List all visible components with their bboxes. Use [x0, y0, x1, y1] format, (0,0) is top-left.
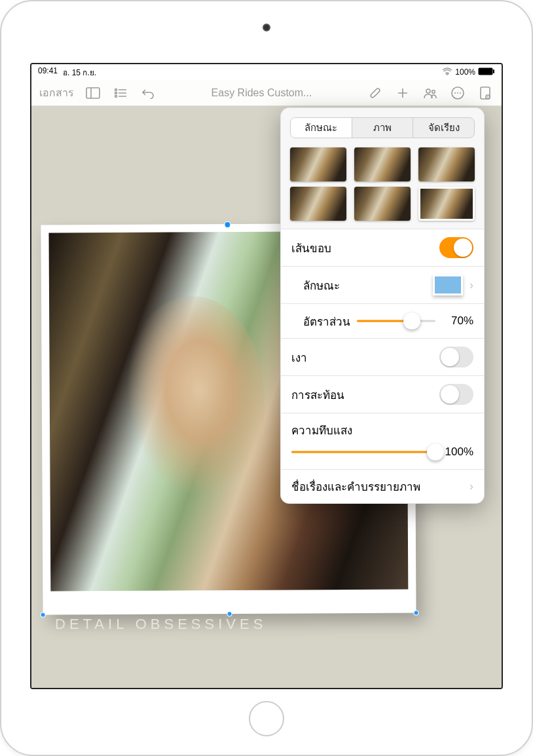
- svg-point-17: [460, 92, 461, 94]
- shadow-toggle[interactable]: [439, 347, 473, 368]
- svg-point-13: [432, 90, 435, 93]
- svg-rect-0: [479, 67, 493, 75]
- scale-label: อัตราส่วน: [303, 312, 350, 330]
- shadow-label: เงา: [291, 349, 307, 366]
- status-date: อ. 15 ก.ย.: [63, 66, 96, 79]
- collaborate-button[interactable]: [418, 82, 443, 104]
- undo-button[interactable]: [136, 82, 160, 104]
- outline-button[interactable]: [108, 82, 133, 104]
- style-preset-2[interactable]: [354, 147, 411, 181]
- selection-handle-bottom-right[interactable]: [414, 610, 419, 615]
- selection-handle-top[interactable]: [224, 221, 230, 228]
- status-battery-percent: 100%: [455, 67, 475, 77]
- app-toolbar: เอกสาร Easy Rides Custom...: [31, 80, 502, 106]
- border-style-row[interactable]: ลักษณะ ›: [281, 266, 484, 303]
- page-caption-text[interactable]: DETAIL OBSESSIVES: [55, 616, 266, 633]
- svg-point-8: [115, 95, 117, 97]
- opacity-row: 100%: [281, 443, 484, 469]
- opacity-value: 100%: [442, 445, 473, 459]
- document-title[interactable]: Easy Rides Custom...: [163, 87, 360, 99]
- battery-icon: [478, 67, 495, 77]
- border-row: เส้นขอบ: [281, 229, 484, 266]
- tab-style[interactable]: ลักษณะ: [291, 118, 352, 138]
- home-button[interactable]: [249, 701, 284, 736]
- shadow-row: เงา: [281, 338, 484, 375]
- format-popover: ลักษณะ ภาพ จัดเรียง เส้นขอบ ลักษณะ: [280, 107, 485, 504]
- wifi-icon: [442, 67, 452, 77]
- style-preset-3[interactable]: [418, 147, 475, 181]
- reflection-label: การสะท้อน: [291, 386, 344, 404]
- screen: 09:41 อ. 15 ก.ย. 100% เอกสาร: [30, 63, 503, 689]
- status-time: 09:41: [38, 66, 58, 79]
- chevron-right-icon: ›: [469, 480, 473, 493]
- border-style-swatch: [433, 274, 463, 295]
- sidebar-toggle-button[interactable]: [81, 82, 105, 104]
- popover-arrow: [375, 107, 392, 117]
- scale-slider[interactable]: [357, 312, 435, 330]
- border-toggle[interactable]: [439, 237, 473, 258]
- opacity-label: ความทึบแสง: [281, 413, 484, 443]
- more-button[interactable]: [445, 82, 470, 104]
- style-preset-1[interactable]: [290, 147, 346, 181]
- svg-point-15: [454, 92, 456, 94]
- back-button[interactable]: เอกสาร: [35, 85, 78, 101]
- svg-point-16: [457, 92, 458, 94]
- tab-image[interactable]: ภาพ: [352, 118, 414, 138]
- style-preset-4[interactable]: [290, 187, 346, 221]
- status-bar: 09:41 อ. 15 ก.ย. 100%: [31, 64, 502, 80]
- device-camera: [263, 24, 270, 31]
- style-preset-5[interactable]: [354, 187, 411, 221]
- tab-arrange[interactable]: จัดเรียง: [413, 118, 474, 138]
- svg-point-6: [115, 92, 117, 94]
- chevron-right-icon: ›: [469, 278, 473, 292]
- format-brush-button[interactable]: [363, 82, 388, 104]
- svg-point-12: [426, 89, 430, 93]
- title-caption-row[interactable]: ชื่อเรื่องและคำบรรยายภาพ ›: [281, 469, 484, 503]
- border-style-label: ลักษณะ: [303, 276, 340, 294]
- title-caption-label: ชื่อเรื่องและคำบรรยายภาพ: [291, 478, 420, 495]
- svg-point-4: [115, 88, 117, 90]
- scale-value: 70%: [442, 314, 473, 328]
- selection-handle-bottom-left[interactable]: [41, 612, 46, 617]
- style-preset-grid: [281, 145, 484, 229]
- format-tab-segmented-control[interactable]: ลักษณะ ภาพ จัดเรียง: [290, 117, 475, 138]
- svg-rect-2: [86, 88, 100, 98]
- ipad-device-frame: 09:41 อ. 15 ก.ย. 100% เอกสาร: [0, 0, 533, 756]
- insert-button[interactable]: [390, 82, 415, 104]
- document-mode-button[interactable]: [473, 82, 498, 104]
- reflection-row: การสะท้อน: [281, 375, 484, 413]
- style-preset-6[interactable]: [418, 187, 475, 221]
- border-label: เส้นขอบ: [291, 239, 331, 257]
- reflection-toggle[interactable]: [439, 384, 473, 405]
- svg-point-20: [487, 96, 488, 98]
- scale-row: อัตราส่วน 70%: [281, 303, 484, 338]
- svg-rect-1: [493, 69, 494, 73]
- opacity-slider[interactable]: [291, 443, 435, 461]
